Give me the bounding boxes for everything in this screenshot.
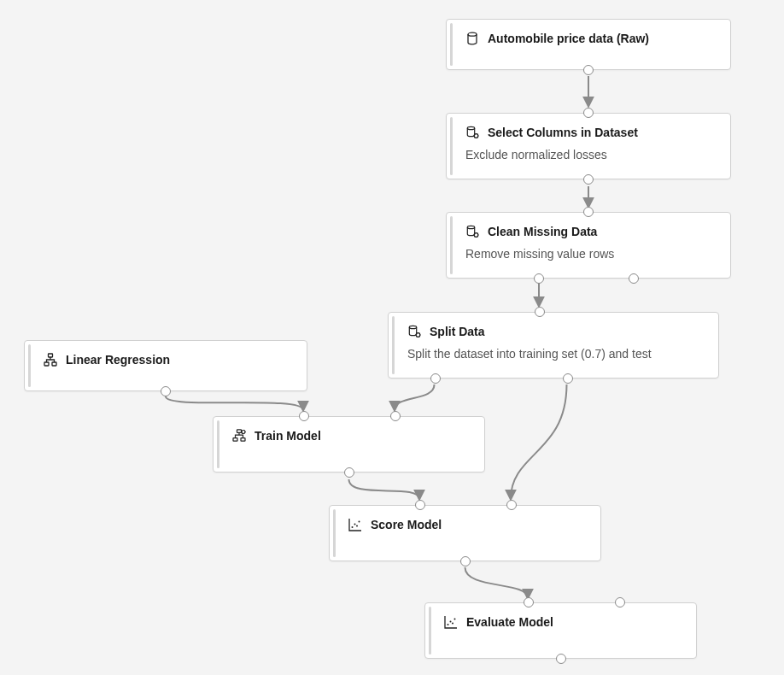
node-evaluate-model[interactable]: Evaluate Model (424, 602, 697, 659)
node-train-model[interactable]: Train Model (213, 416, 485, 472)
svg-rect-9 (52, 362, 56, 366)
svg-rect-12 (241, 438, 245, 442)
edge-split-to-score (511, 384, 567, 499)
edge-train-to-score (349, 479, 420, 499)
input-port-1[interactable] (506, 500, 517, 510)
svg-point-5 (409, 326, 416, 328)
node-accent (217, 420, 219, 468)
output-port-1[interactable] (563, 373, 573, 384)
svg-point-17 (359, 521, 360, 523)
node-clean-missing[interactable]: Clean Missing Data Remove missing value … (446, 212, 731, 279)
output-port[interactable] (583, 174, 594, 185)
svg-rect-8 (44, 362, 49, 366)
node-split-data[interactable]: Split Data Split the dataset into traini… (388, 312, 719, 379)
node-accent (429, 607, 431, 654)
node-automobile-data[interactable]: Automobile price data (Raw) (446, 19, 731, 70)
node-accent (450, 117, 453, 175)
output-port[interactable] (161, 386, 171, 396)
svg-point-1 (467, 126, 474, 129)
edge-linear-to-train (166, 396, 303, 410)
database-gear-icon (407, 325, 421, 338)
output-port[interactable] (344, 467, 354, 478)
node-accent (333, 509, 336, 557)
output-port-0[interactable] (534, 273, 544, 284)
node-accent (28, 344, 31, 387)
input-port[interactable] (583, 207, 594, 217)
node-title: Score Model (371, 518, 442, 531)
node-accent (450, 23, 453, 66)
node-subtitle: Remove missing value rows (465, 247, 715, 261)
svg-point-20 (452, 623, 453, 625)
output-port[interactable] (460, 556, 471, 566)
scatter-icon (444, 615, 458, 629)
node-title: Split Data (430, 325, 485, 338)
node-subtitle: Exclude normalized losses (465, 148, 715, 161)
node-score-model[interactable]: Score Model (329, 505, 601, 561)
output-port-1[interactable] (629, 273, 639, 284)
node-accent (392, 316, 395, 374)
svg-point-15 (354, 524, 356, 525)
input-port-1[interactable] (390, 411, 401, 421)
input-port-1[interactable] (615, 597, 625, 608)
node-title: Evaluate Model (466, 615, 553, 629)
output-port-0[interactable] (430, 373, 441, 384)
svg-rect-11 (233, 438, 237, 442)
train-icon (232, 429, 246, 443)
svg-point-19 (450, 621, 452, 623)
svg-point-3 (467, 226, 474, 228)
input-port-0[interactable] (415, 500, 425, 510)
node-select-columns[interactable]: Select Columns in Dataset Exclude normal… (446, 113, 731, 179)
input-port-0[interactable] (299, 411, 309, 421)
edge-score-to-evaluate (465, 567, 529, 598)
node-title: Clean Missing Data (488, 225, 597, 238)
scatter-icon (348, 518, 362, 531)
input-port-0[interactable] (524, 597, 534, 608)
svg-point-16 (356, 525, 358, 527)
output-port[interactable] (556, 654, 566, 664)
node-title: Linear Regression (66, 353, 170, 367)
database-icon (465, 32, 479, 45)
input-port[interactable] (535, 307, 545, 317)
database-gear-icon (465, 225, 479, 238)
input-port[interactable] (583, 108, 594, 118)
edge-split-to-train (395, 384, 435, 410)
node-accent (450, 216, 453, 274)
model-icon (44, 353, 57, 367)
svg-point-14 (352, 526, 354, 528)
svg-rect-10 (237, 430, 242, 433)
output-port[interactable] (583, 65, 594, 75)
node-title: Train Model (255, 429, 321, 443)
node-subtitle: Split the dataset into training set (0.7… (407, 347, 703, 361)
pipeline-canvas[interactable]: Automobile price data (Raw) Select Colum… (0, 0, 784, 675)
svg-rect-7 (49, 354, 53, 357)
node-title: Automobile price data (Raw) (488, 32, 649, 45)
svg-point-18 (448, 624, 449, 625)
svg-point-0 (468, 32, 477, 36)
node-title: Select Columns in Dataset (488, 126, 638, 139)
node-linear-regression[interactable]: Linear Regression (24, 340, 307, 391)
svg-point-21 (454, 619, 456, 620)
database-gear-icon (465, 126, 479, 139)
